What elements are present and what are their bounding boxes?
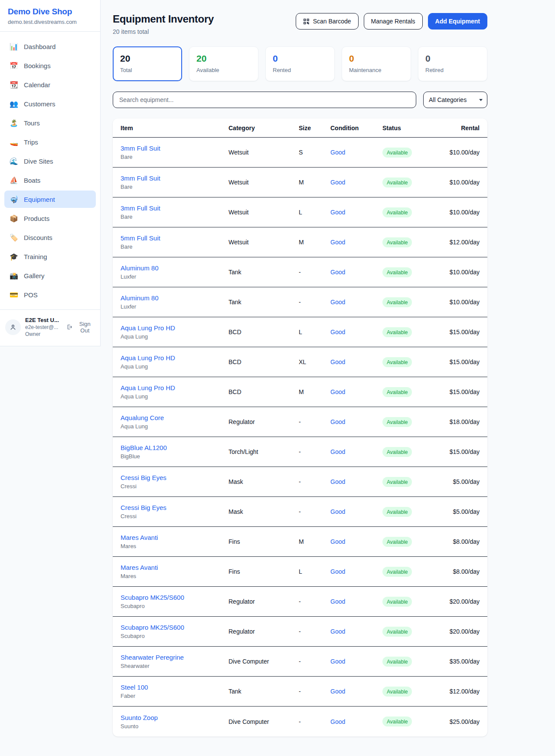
item-name-link[interactable]: Cressi Big Eyes xyxy=(121,474,229,481)
item-cell: Aluminum 80 Luxfer xyxy=(121,294,229,310)
condition-link[interactable]: Good xyxy=(330,598,382,605)
condition-link[interactable]: Good xyxy=(330,388,382,395)
sidebar-item[interactable]: 📦 Products xyxy=(4,210,96,227)
condition-link[interactable]: Good xyxy=(330,179,382,186)
sidebar-item[interactable]: 🚤 Trips xyxy=(4,133,96,151)
column-header-rental: Rental xyxy=(443,125,480,131)
stat-card[interactable]: 20 Available xyxy=(189,46,258,81)
item-cell: 5mm Full Suit Bare xyxy=(121,234,229,250)
item-name-link[interactable]: Mares Avanti xyxy=(121,534,229,541)
search-input[interactable] xyxy=(113,92,416,108)
item-name-link[interactable]: Aluminum 80 xyxy=(121,294,229,302)
category-cell: Fins xyxy=(229,568,299,575)
sidebar-item[interactable]: 📅 Bookings xyxy=(4,57,96,74)
shop-name[interactable]: Demo Dive Shop xyxy=(8,7,92,16)
item-name-link[interactable]: Shearwater Peregrine xyxy=(121,654,229,661)
item-name-link[interactable]: Aqua Lung Pro HD xyxy=(121,354,229,362)
sidebar-item[interactable]: 📆 Calendar xyxy=(4,76,96,93)
condition-link[interactable]: Good xyxy=(330,448,382,455)
item-cell: Mares Avanti Mares xyxy=(121,534,229,549)
item-brand: Scubapro xyxy=(121,633,229,639)
stats-row: 20 Total 20 Available 0 Rented 0 Mainten… xyxy=(113,46,487,81)
sidebar-item[interactable]: 🎓 Training xyxy=(4,248,96,265)
item-name-link[interactable]: Aqualung Core xyxy=(121,414,229,421)
condition-link[interactable]: Good xyxy=(330,209,382,216)
condition-link[interactable]: Good xyxy=(330,358,382,365)
item-brand: Cressi xyxy=(121,513,229,519)
rental-cell: $10.00/day xyxy=(443,209,480,216)
size-cell: L xyxy=(299,329,330,335)
add-equipment-button[interactable]: Add Equipment xyxy=(428,13,487,30)
item-name-link[interactable]: BigBlue AL1200 xyxy=(121,444,229,451)
scan-barcode-button[interactable]: Scan Barcode xyxy=(296,13,359,30)
item-name-link[interactable]: Steel 100 xyxy=(121,684,229,691)
sidebar-item[interactable]: 👥 Customers xyxy=(4,95,96,112)
condition-link[interactable]: Good xyxy=(330,299,382,306)
condition-link[interactable]: Good xyxy=(330,239,382,246)
status-cell: Available xyxy=(382,327,443,337)
condition-link[interactable]: Good xyxy=(330,149,382,156)
sidebar-item[interactable]: 💳 POS xyxy=(4,286,96,303)
sidebar-item[interactable]: 🤿 Equipment xyxy=(4,191,96,208)
sidebar-item[interactable]: ⛵ Boats xyxy=(4,171,96,189)
sidebar-item-label: Tours xyxy=(24,119,40,127)
item-name-link[interactable]: 3mm Full Suit xyxy=(121,174,229,182)
condition-link[interactable]: Good xyxy=(330,658,382,665)
condition-link[interactable]: Good xyxy=(330,538,382,545)
sidebar-item-label: Calendar xyxy=(24,81,50,89)
condition-link[interactable]: Good xyxy=(330,269,382,276)
item-name-link[interactable]: 3mm Full Suit xyxy=(121,145,229,152)
size-cell: - xyxy=(299,418,330,425)
page-title: Equipment Inventory xyxy=(113,13,214,25)
item-cell: 3mm Full Suit Bare xyxy=(121,145,229,160)
condition-link[interactable]: Good xyxy=(330,329,382,335)
stat-card[interactable]: 0 Maintenance xyxy=(342,46,411,81)
sidebar-item-icon: 🎓 xyxy=(10,253,18,261)
item-name-link[interactable]: Aluminum 80 xyxy=(121,264,229,272)
manage-rentals-button[interactable]: Manage Rentals xyxy=(364,13,423,30)
category-filter-select[interactable]: All Categories xyxy=(423,92,487,108)
item-name-link[interactable]: 5mm Full Suit xyxy=(121,234,229,242)
category-cell: Tank xyxy=(229,299,299,306)
rental-cell: $25.00/day xyxy=(443,718,480,725)
stat-card[interactable]: 0 Rented xyxy=(265,46,335,81)
status-badge: Available xyxy=(382,207,412,217)
item-cell: Scubapro MK25/S600 Scubapro xyxy=(121,594,229,609)
sidebar-item[interactable]: 🌊 Dive Sites xyxy=(4,152,96,170)
item-cell: Shearwater Peregrine Shearwater xyxy=(121,654,229,669)
stat-card[interactable]: 20 Total xyxy=(113,46,182,81)
item-name-link[interactable]: Mares Avanti xyxy=(121,564,229,571)
table-row: Mares Avanti Mares Fins L Good Available… xyxy=(113,557,487,587)
item-name-link[interactable]: Suunto Zoop xyxy=(121,714,229,721)
condition-link[interactable]: Good xyxy=(330,628,382,635)
item-name-link[interactable]: Scubapro MK25/S600 xyxy=(121,624,229,631)
condition-link[interactable]: Good xyxy=(330,718,382,725)
item-name-link[interactable]: Scubapro MK25/S600 xyxy=(121,594,229,601)
item-name-link[interactable]: 3mm Full Suit xyxy=(121,204,229,212)
size-cell: - xyxy=(299,299,330,306)
item-name-link[interactable]: Cressi Big Eyes xyxy=(121,504,229,511)
item-name-link[interactable]: Aqua Lung Pro HD xyxy=(121,384,229,391)
item-name-link[interactable]: Aqua Lung Pro HD xyxy=(121,324,229,332)
sidebar-item[interactable]: 📸 Gallery xyxy=(4,267,96,284)
sidebar-item-label: Gallery xyxy=(24,272,45,279)
category-cell: Fins xyxy=(229,538,299,545)
sidebar-item[interactable]: 📊 Dashboard xyxy=(4,38,96,55)
condition-link[interactable]: Good xyxy=(330,478,382,485)
category-cell: Dive Computer xyxy=(229,718,299,725)
rental-cell: $18.00/day xyxy=(443,418,480,425)
item-brand: BigBlue xyxy=(121,453,229,460)
condition-link[interactable]: Good xyxy=(330,688,382,695)
condition-link[interactable]: Good xyxy=(330,568,382,575)
condition-link[interactable]: Good xyxy=(330,508,382,515)
stat-label: Retired xyxy=(425,67,480,73)
sidebar-header: Demo Dive Shop demo.test.divestreams.com xyxy=(0,0,100,32)
condition-link[interactable]: Good xyxy=(330,418,382,425)
category-cell: Tank xyxy=(229,688,299,695)
sign-out-button[interactable]: Sign Out xyxy=(66,321,95,334)
sidebar-item[interactable]: 🏝️ Tours xyxy=(4,114,96,131)
stat-card[interactable]: 0 Retired xyxy=(418,46,487,81)
items-total: 20 items total xyxy=(113,28,214,35)
sidebar-item[interactable]: 🏷️ Discounts xyxy=(4,229,96,246)
status-badge: Available xyxy=(382,417,412,427)
